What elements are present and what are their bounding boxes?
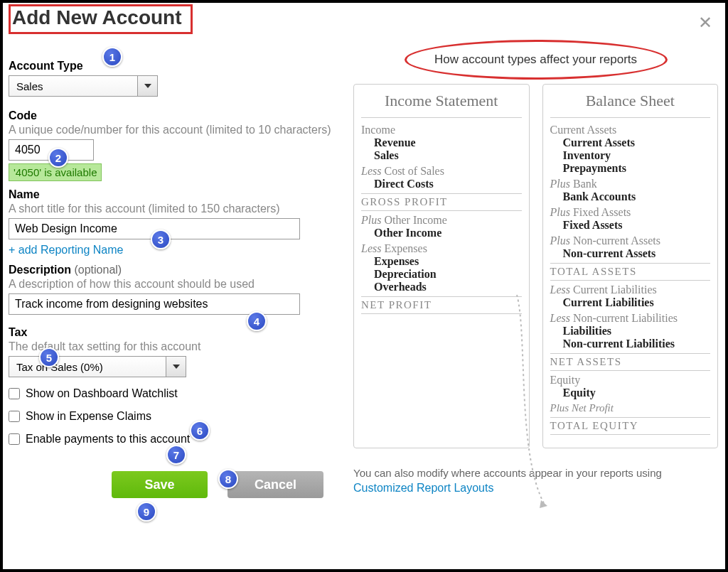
plus-net-profit-line: Plus Net Profit	[550, 402, 711, 414]
expense-claims-checkbox[interactable]	[9, 411, 20, 422]
equity-label: Equity	[550, 374, 711, 387]
net-profit-line: NET PROFIT	[361, 296, 522, 314]
description-label: Description (optional)	[9, 264, 332, 276]
name-help: A short title for this account (limited …	[9, 203, 332, 215]
code-help: A unique code/number for this account (l…	[9, 124, 332, 136]
form-column: Account Type Sales Code A unique code/nu…	[9, 53, 332, 498]
tax-value: Tax on Sales (0%)	[9, 361, 166, 373]
description-help: A description of how this account should…	[9, 278, 332, 291]
account-type-value: Sales	[9, 80, 137, 92]
name-label: Name	[9, 188, 332, 201]
ncl-item: Non-current Liabilities	[563, 338, 711, 350]
cost-item: Direct Costs	[374, 178, 522, 190]
info-column: How account types affect your reports In…	[353, 53, 718, 498]
income-label: Income	[361, 124, 522, 136]
current-assets-item: Prepayments	[563, 162, 711, 175]
dashboard-watchlist-label: Show on Dashboard Watchlist	[26, 387, 178, 400]
title-highlight-box: Add New Account	[9, 4, 193, 34]
ncl-label: Less Non-current Liabilities	[550, 312, 711, 325]
customized-report-layouts-link[interactable]: Customized Report Layouts	[353, 480, 493, 496]
cl-item: Current Liabilities	[563, 296, 711, 309]
current-assets-label: Current Assets	[550, 124, 711, 136]
enable-payments-checkbox[interactable]	[9, 433, 20, 445]
code-label: Code	[9, 109, 332, 122]
total-equity-line: TOTAL EQUITY	[550, 417, 711, 435]
cost-of-sales-label: Less Cost of Sales	[361, 165, 522, 178]
dialog-title: Add New Account	[12, 6, 182, 29]
annotation-badge-9: 9	[136, 502, 156, 522]
nca-item: Non-current Assets	[563, 247, 711, 260]
gross-profit-line: GROSS PROFIT	[361, 193, 522, 211]
info-highlight-ellipse	[405, 40, 668, 80]
current-assets-item: Current Assets	[563, 136, 711, 149]
balance-sheet-panel: Balance Sheet Current Assets Current Ass…	[542, 84, 719, 448]
tax-label: Tax	[9, 326, 332, 339]
income-item: Sales	[374, 149, 522, 162]
ncl-item: Liabilities	[563, 325, 711, 338]
add-reporting-name-link[interactable]: + add Reporting Name	[9, 244, 123, 257]
save-button[interactable]: Save	[112, 471, 208, 498]
expenses-label: Less Expenses	[361, 242, 522, 255]
annotation-badge-1: 1	[102, 47, 122, 67]
chevron-down-icon	[166, 357, 186, 377]
chevron-down-icon	[137, 76, 157, 96]
enable-payments-label: Enable payments to this account	[26, 433, 190, 446]
equity-item: Equity	[563, 387, 711, 399]
footer-note: You can also modify where accounts appea…	[353, 465, 718, 496]
annotation-badge-5: 5	[39, 347, 59, 367]
expenses-item: Depreciation	[374, 268, 522, 281]
account-type-label: Account Type	[9, 60, 332, 72]
description-optional: (optional)	[74, 264, 122, 276]
annotation-badge-8: 8	[218, 469, 238, 489]
account-type-select[interactable]: Sales	[9, 75, 158, 97]
income-statement-panel: Income Statement Income Revenue Sales Le…	[353, 84, 530, 448]
annotation-badge-3: 3	[151, 230, 171, 249]
expenses-item: Overheads	[374, 281, 522, 293]
fixed-assets-label: Plus Fixed Assets	[550, 206, 711, 219]
bank-label: Plus Bank	[550, 178, 711, 190]
tax-select[interactable]: Tax on Sales (0%)	[9, 356, 186, 377]
net-assets-line: NET ASSETS	[550, 353, 711, 371]
expense-claims-label: Show in Expense Claims	[26, 410, 151, 423]
income-item: Revenue	[374, 136, 522, 149]
other-income-item: Other Income	[374, 227, 522, 239]
dashboard-watchlist-checkbox[interactable]	[9, 388, 20, 399]
description-label-text: Description	[9, 264, 71, 276]
fixed-assets-item: Fixed Assets	[563, 219, 711, 232]
nca-label: Plus Non-current Assets	[550, 234, 711, 247]
annotation-badge-7: 7	[166, 445, 186, 465]
income-statement-title: Income Statement	[361, 89, 522, 118]
current-assets-item: Inventory	[563, 149, 711, 162]
close-icon[interactable]: ✕	[698, 13, 712, 33]
annotation-badge-6: 6	[190, 421, 210, 441]
bank-item: Bank Accounts	[563, 190, 711, 203]
other-income-label: Plus Other Income	[361, 214, 522, 227]
balance-sheet-title: Balance Sheet	[550, 89, 711, 118]
footer-text: You can also modify where accounts appea…	[353, 467, 662, 479]
annotation-badge-4: 4	[247, 311, 267, 331]
cl-label: Less Current Liabilities	[550, 284, 711, 296]
annotation-badge-2: 2	[48, 148, 68, 168]
cancel-button[interactable]: Cancel	[228, 471, 323, 498]
expenses-item: Expenses	[374, 255, 522, 268]
total-assets-line: TOTAL ASSETS	[550, 263, 711, 281]
